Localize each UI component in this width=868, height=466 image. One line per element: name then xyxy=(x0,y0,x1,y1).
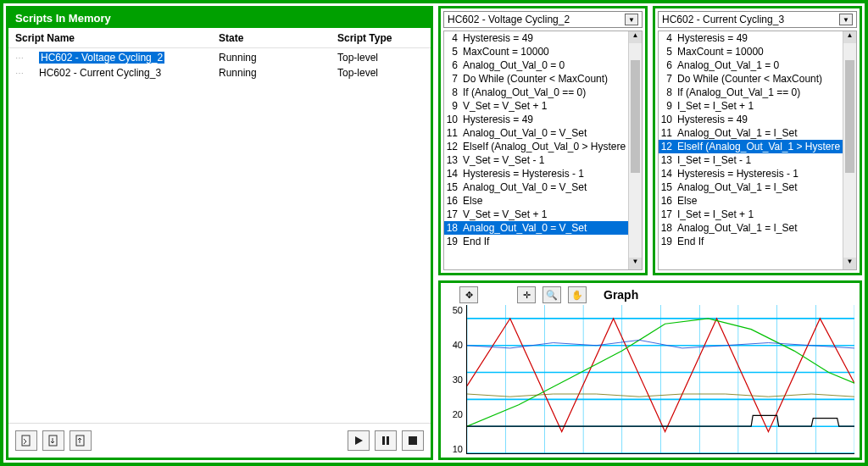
graph-toolbar: ✥ ✛ 🔍 ✋ Graph xyxy=(446,286,854,303)
y-tick: 10 xyxy=(446,444,463,454)
new-script-button[interactable] xyxy=(15,430,37,451)
col-script-type[interactable]: Script Type xyxy=(337,32,424,44)
code-line[interactable]: 4Hysteresis = 49 xyxy=(444,31,628,45)
stop-button[interactable] xyxy=(402,430,424,451)
chevron-down-icon: ▼ xyxy=(839,14,853,25)
code-line[interactable]: 8 If (Analog_Out_Val_1 == 0) xyxy=(659,86,843,99)
table-header: Script Name State Script Type xyxy=(8,28,431,48)
plot-area[interactable] xyxy=(466,305,854,454)
y-tick: 40 xyxy=(446,340,463,350)
graph-panel: ✥ ✛ 🔍 ✋ Graph 5040302010 xyxy=(438,280,862,460)
table-row[interactable]: ⋯HC602 - Current Cycling_3RunningTop-lev… xyxy=(8,65,431,80)
code-line[interactable]: 15 Analog_Out_Val_1 = I_Set xyxy=(659,180,843,194)
code-line[interactable]: 17 V_Set = V_Set + 1 xyxy=(444,208,628,221)
code-line[interactable]: 9 I_Set = I_Set + 1 xyxy=(659,99,843,113)
code-line[interactable]: 6Analog_Out_Val_1 = 0 xyxy=(659,58,843,72)
export-script-button[interactable] xyxy=(70,430,92,451)
code-line[interactable]: 5MaxCount = 10000 xyxy=(444,45,628,58)
code-list-a[interactable]: ▲▼ 4Hysteresis = 495MaxCount = 100006Ana… xyxy=(443,31,643,270)
col-script-name[interactable]: Script Name xyxy=(15,32,219,44)
code-line[interactable]: 12 ElseIf (Analog_Out_Val_1 > Hystere xyxy=(659,140,843,153)
playback-buttons xyxy=(348,430,424,451)
code-line[interactable]: 18 Analog_Out_Val_1 = I_Set xyxy=(659,221,843,235)
script-select-b[interactable]: HC602 - Current Cycling_3 ▼ xyxy=(658,11,857,28)
code-line[interactable]: 5MaxCount = 10000 xyxy=(659,45,843,58)
scripts-in-memory-panel: Scripts In Memory Script Name State Scri… xyxy=(6,6,433,460)
script-a-title: HC602 - Voltage Cycling_2 xyxy=(448,14,570,25)
zoom-tool-button[interactable]: 🔍 xyxy=(542,286,561,303)
code-line[interactable]: 17 I_Set = I_Set + 1 xyxy=(659,208,843,221)
code-line[interactable]: 12 ElseIf (Analog_Out_Val_0 > Hystere xyxy=(444,140,628,153)
code-line[interactable]: 18 Analog_Out_Val_0 = V_Set xyxy=(444,221,628,235)
pause-button[interactable] xyxy=(375,430,397,451)
code-line[interactable]: 10 Hysteresis = 49 xyxy=(659,113,843,126)
code-line[interactable]: 13 I_Set = I_Set - 1 xyxy=(659,153,843,167)
svg-rect-6 xyxy=(409,436,417,445)
code-line[interactable]: 16 Else xyxy=(444,194,628,208)
code-line[interactable]: 19 End If xyxy=(659,235,843,248)
chevron-down-icon: ▼ xyxy=(625,14,638,25)
script-b-title: HC602 - Current Cycling_3 xyxy=(662,14,784,25)
script-viewer-b: HC602 - Current Cycling_3 ▼ ▲▼ 4Hysteres… xyxy=(653,6,862,275)
bottom-toolbar xyxy=(8,423,431,458)
code-line[interactable]: 6Analog_Out_Val_0 = 0 xyxy=(444,58,628,72)
code-line[interactable]: 14 Hysteresis = Hysteresis - 1 xyxy=(444,167,628,180)
graph-settings-button[interactable]: ✥ xyxy=(459,286,478,303)
code-line[interactable]: 13 V_Set = V_Set - 1 xyxy=(444,153,628,167)
panel-header: Scripts In Memory xyxy=(8,8,431,28)
play-button[interactable] xyxy=(348,430,370,451)
file-buttons xyxy=(15,430,92,451)
code-list-b[interactable]: ▲▼ 4Hysteresis = 495MaxCount = 100006Ana… xyxy=(658,31,857,270)
script-viewer-a: HC602 - Voltage Cycling_2 ▼ ▲▼ 4Hysteres… xyxy=(438,6,648,275)
code-line[interactable]: 19 End If xyxy=(444,235,628,248)
code-line[interactable]: 7Do While (Counter < MaxCount) xyxy=(659,72,843,86)
scrollbar-b[interactable]: ▲▼ xyxy=(843,31,856,269)
code-line[interactable]: 15 Analog_Out_Val_0 = V_Set xyxy=(444,180,628,194)
code-line[interactable]: 10 Hysteresis = 49 xyxy=(444,113,628,126)
code-line[interactable]: 11 Analog_Out_Val_0 = V_Set xyxy=(444,126,628,140)
y-tick: 30 xyxy=(446,374,463,385)
code-line[interactable]: 14 Hysteresis = Hysteresis - 1 xyxy=(659,167,843,180)
code-line[interactable]: 4Hysteresis = 49 xyxy=(659,31,843,45)
table-body: ⋯HC602 - Voltage Cycling_2RunningTop-lev… xyxy=(8,48,431,423)
code-line[interactable]: 9 V_Set = V_Set + 1 xyxy=(444,99,628,113)
col-state[interactable]: State xyxy=(219,32,337,44)
graph-title: Graph xyxy=(604,288,638,302)
script-select-a[interactable]: HC602 - Voltage Cycling_2 ▼ xyxy=(443,11,643,28)
y-tick: 20 xyxy=(446,409,463,419)
svg-rect-5 xyxy=(387,436,389,445)
y-tick: 50 xyxy=(446,305,463,315)
code-line[interactable]: 16 Else xyxy=(659,194,843,208)
code-line[interactable]: 7Do While (Counter < MaxCount) xyxy=(444,72,628,86)
svg-marker-3 xyxy=(355,436,363,445)
code-line[interactable]: 8 If (Analog_Out_Val_0 == 0) xyxy=(444,86,628,99)
table-row[interactable]: ⋯HC602 - Voltage Cycling_2RunningTop-lev… xyxy=(8,50,431,65)
pan-tool-button[interactable]: ✋ xyxy=(568,286,587,303)
import-script-button[interactable] xyxy=(42,430,64,451)
scrollbar-a[interactable]: ▲▼ xyxy=(628,31,642,269)
code-line[interactable]: 11 Analog_Out_Val_1 = I_Set xyxy=(659,126,843,140)
svg-rect-4 xyxy=(382,436,385,445)
crosshair-tool-button[interactable]: ✛ xyxy=(517,286,536,303)
y-axis: 5040302010 xyxy=(446,305,466,454)
